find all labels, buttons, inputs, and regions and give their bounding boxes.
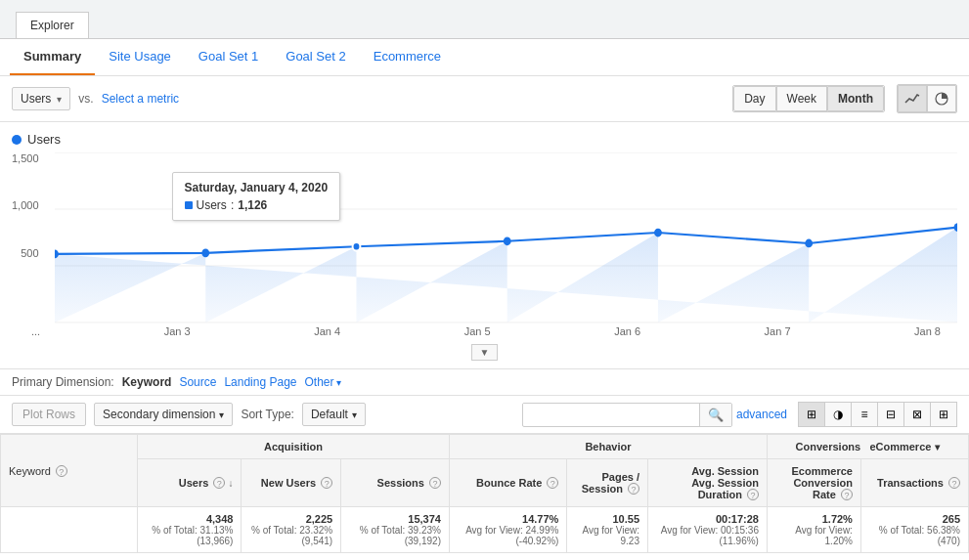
line-chart-btn[interactable] — [898, 85, 927, 112]
pages-session-col-header[interactable]: Pages / Session ? — [567, 459, 648, 507]
svg-point-9 — [503, 237, 510, 245]
bounce-help-icon[interactable]: ? — [547, 477, 558, 489]
tab-goal-set-1[interactable]: Goal Set 1 — [185, 39, 272, 75]
x-label-jan7: Jan 7 — [765, 325, 791, 337]
avg-session-help-icon[interactable]: ? — [747, 489, 759, 500]
totals-new-users: 2,225 % of Total: 23.32% (9,541) — [242, 507, 341, 553]
legend-label: Users — [27, 132, 61, 147]
users-col-header[interactable]: Users ? ↓ — [138, 459, 242, 507]
totals-bounce-rate: 14.77% Avg for View: 24.99% (-40.92%) — [449, 507, 566, 553]
ecommerce-rate-help-icon[interactable]: ? — [841, 489, 853, 500]
tooltip-date: Saturday, January 4, 2020 — [185, 181, 329, 194]
pivot-view-btn[interactable]: ⊟ — [877, 402, 904, 427]
x-label-jan4: Jan 4 — [314, 325, 340, 337]
new-users-col-header[interactable]: New Users ? — [242, 459, 341, 507]
tab-ecommerce[interactable]: Ecommerce — [360, 39, 455, 75]
tooltip-value: 1,126 — [238, 198, 267, 212]
pie-chart-btn[interactable] — [927, 85, 956, 112]
new-users-help-icon[interactable]: ? — [321, 477, 332, 489]
funnel-view-btn[interactable]: ⊠ — [903, 402, 931, 427]
svg-point-11 — [805, 239, 813, 248]
table-controls: Plot Rows Secondary dimension ▾ Sort Typ… — [0, 396, 969, 434]
tab-site-usage[interactable]: Site Usage — [95, 39, 185, 75]
behavior-header: Behavior — [449, 435, 767, 459]
metric-dropdown[interactable]: Users ▾ — [12, 87, 70, 110]
day-period-btn[interactable]: Day — [733, 86, 775, 111]
transactions-help-icon[interactable]: ? — [948, 477, 960, 489]
primary-dim-keyword[interactable]: Keyword — [122, 375, 172, 389]
dropdown-arrow-icon: ▾ — [219, 409, 224, 420]
transactions-col-header[interactable]: Transactions ? — [860, 459, 968, 507]
totals-ecommerce-rate: 1.72% Avg for View: 1.20% — [767, 507, 860, 553]
y-axis-1500: 1,500 — [12, 152, 39, 164]
search-btn[interactable]: 🔍 — [699, 404, 731, 426]
x-label-jan8: Jan 8 — [914, 325, 941, 337]
density-view-btn[interactable]: ⊞ — [930, 402, 957, 427]
sort-type-label: Sort Type: — [241, 408, 293, 421]
ecommerce-dropdown[interactable]: eCommerce ▾ — [869, 441, 940, 452]
plot-rows-btn[interactable]: Plot Rows — [12, 403, 86, 426]
chart-container: Users 1,500 1,000 500 0 — [0, 122, 969, 342]
conversions-header: Conversions eCommerce ▾ — [767, 435, 968, 459]
totals-avg-session: 00:17:28 Avg for View: 00:15:36 (11.96%) — [648, 507, 768, 553]
sort-type-dropdown[interactable]: Default ▾ — [302, 403, 366, 426]
primary-dim-label: Primary Dimension: — [12, 375, 114, 389]
bar-view-btn[interactable]: ≡ — [851, 402, 878, 427]
svg-point-8 — [352, 242, 360, 251]
totals-sessions: 15,374 % of Total: 39.23% (39,192) — [341, 507, 450, 553]
totals-keyword-cell — [1, 507, 138, 553]
avg-session-col-header[interactable]: Avg. Session Avg. Session Duration ? — [648, 459, 768, 507]
totals-users: 4,348 % of Total: 31.13% (13,966) — [138, 507, 242, 553]
dropdown-arrow-icon: ▾ — [352, 409, 357, 420]
tooltip-metric: Users: 1,126 — [185, 198, 329, 212]
totals-transactions: 265 % of Total: 56.38% (470) — [860, 507, 968, 553]
x-label-jan6: Jan 6 — [614, 325, 640, 337]
primary-dim-source[interactable]: Source — [179, 375, 216, 389]
vs-text: vs. — [78, 92, 93, 106]
y-axis-1000: 1,000 — [12, 199, 39, 211]
totals-pages-session: 10.55 Avg for View: 9.23 — [567, 507, 648, 553]
week-period-btn[interactable]: Week — [776, 86, 827, 111]
search-input[interactable] — [523, 404, 699, 425]
explorer-tab[interactable]: Explorer — [16, 12, 89, 38]
main-nav: Summary Site Usage Goal Set 1 Goal Set 2… — [0, 39, 969, 76]
keyword-header: Keyword ? — [1, 435, 138, 507]
chart-xaxis: ... Jan 3 Jan 4 Jan 5 Jan 6 Jan 7 Jan 8 — [22, 323, 941, 337]
grid-view-btn[interactable]: ⊞ — [798, 402, 825, 427]
users-help-icon[interactable]: ? — [213, 477, 225, 489]
primary-dim-landing-page[interactable]: Landing Page — [224, 375, 296, 389]
sort-arrow-icon[interactable]: ↓ — [228, 478, 233, 489]
toolbar-row: Users ▾ vs. Select a metric Day Week Mon… — [0, 76, 969, 122]
advanced-link[interactable]: advanced — [736, 408, 787, 421]
acquisition-header: Acquisition — [138, 435, 450, 459]
svg-point-10 — [654, 229, 662, 237]
tooltip-dot — [185, 201, 193, 209]
dropdown-arrow-icon: ▾ — [336, 377, 341, 388]
x-label-jan3: Jan 3 — [164, 325, 191, 337]
month-period-btn[interactable]: Month — [827, 86, 884, 111]
tab-summary[interactable]: Summary — [10, 39, 95, 75]
y-axis-500: 500 — [21, 247, 38, 259]
pages-help-icon[interactable]: ? — [628, 483, 639, 495]
dropdown-arrow-icon: ▾ — [57, 94, 62, 105]
pie-view-btn[interactable]: ◑ — [824, 402, 852, 427]
dropdown-arrow-icon: ▾ — [935, 442, 940, 452]
primary-dim-other[interactable]: Other ▾ — [305, 375, 341, 389]
primary-dimension-row: Primary Dimension: Keyword Source Landin… — [0, 368, 969, 396]
svg-point-7 — [201, 248, 209, 257]
legend-dot — [12, 135, 22, 145]
secondary-dim-dropdown[interactable]: Secondary dimension ▾ — [94, 403, 233, 426]
select-metric-link[interactable]: Select a metric — [102, 92, 179, 106]
keyword-help-icon[interactable]: ? — [56, 465, 67, 477]
sessions-help-icon[interactable]: ? — [429, 477, 441, 489]
chart-tooltip: Saturday, January 4, 2020 Users: 1,126 — [172, 172, 341, 221]
search-wrap: 🔍 — [522, 403, 732, 427]
tooltip-metric-label: Users — [197, 198, 227, 212]
tab-goal-set-2[interactable]: Goal Set 2 — [272, 39, 359, 75]
ecommerce-rate-col-header[interactable]: Ecommerce Conversion Rate ? — [767, 459, 860, 507]
sessions-col-header[interactable]: Sessions ? — [341, 459, 450, 507]
data-table: Keyword ? Acquisition Behavior Conversio… — [0, 434, 969, 553]
bounce-rate-col-header[interactable]: Bounce Rate ? — [449, 459, 566, 507]
totals-row: 4,348 % of Total: 31.13% (13,966) 2,225 … — [1, 507, 969, 553]
expand-chart-btn[interactable]: ▼ — [471, 344, 499, 361]
